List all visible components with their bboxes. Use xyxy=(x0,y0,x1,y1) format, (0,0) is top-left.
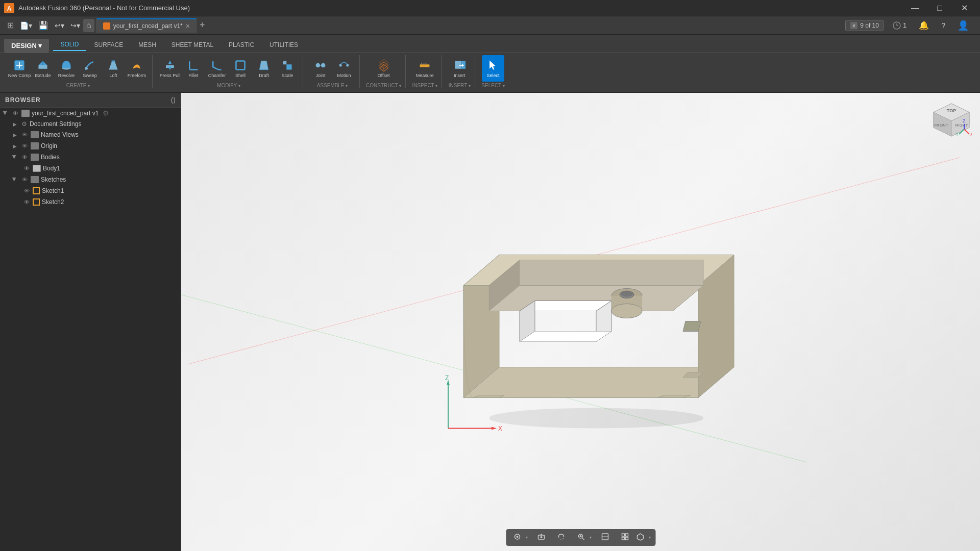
svg-text:Z: Z xyxy=(963,118,966,123)
new-component-button[interactable]: New Comp xyxy=(8,55,31,82)
tree-item-doc-settings[interactable]: ▶ ⚙ Document Settings xyxy=(0,119,181,129)
press-pull-button[interactable]: Press Pull xyxy=(159,55,181,82)
help-button[interactable]: ? xyxy=(938,19,948,32)
display-button[interactable] xyxy=(598,531,611,544)
svg-marker-43 xyxy=(463,367,734,398)
tab-name: your_first_cnced_part v1* xyxy=(113,22,183,30)
svg-marker-17 xyxy=(168,60,172,64)
tab-icon xyxy=(103,22,110,30)
motion-link-button[interactable]: Motion xyxy=(333,55,355,82)
tree-eye-body1[interactable]: 👁 xyxy=(22,164,31,172)
svg-point-58 xyxy=(611,304,642,318)
sketch-icon-2 xyxy=(33,198,40,206)
active-tab[interactable]: your_first_cnced_part v1* × xyxy=(96,18,197,33)
tab-plastic[interactable]: PLASTIC xyxy=(222,39,261,51)
tree-item-sketches[interactable]: ▶ 👁 Sketches xyxy=(0,174,181,185)
insert-button[interactable]: Insert xyxy=(448,55,471,82)
camera-button[interactable] xyxy=(534,531,548,544)
profile-button[interactable]: 👤 xyxy=(954,18,972,33)
save-button[interactable]: 💾 xyxy=(35,18,52,32)
redo-button[interactable]: ↪▾ xyxy=(67,19,83,32)
inspect-group: Measure INSPECT ▾ xyxy=(408,55,442,88)
snap-button[interactable] xyxy=(510,531,524,544)
grid-button[interactable] xyxy=(618,531,631,544)
home-button[interactable]: ⌂ xyxy=(83,19,94,32)
svg-text:X: X xyxy=(970,132,972,137)
tree-eye-root[interactable]: 👁 xyxy=(11,109,19,117)
svg-rect-98 xyxy=(622,537,624,540)
chamfer-button[interactable]: Chamfer xyxy=(206,55,228,82)
tree-arrow-sketches: ▶ xyxy=(11,176,18,183)
svg-point-60 xyxy=(621,291,633,297)
revolve-button[interactable]: Revolve xyxy=(55,55,78,82)
root-settings-icon[interactable]: ⚙ xyxy=(103,109,109,117)
view-mode-dropdown[interactable]: ▾ xyxy=(649,535,651,540)
extrude-button[interactable]: Extrude xyxy=(32,55,54,82)
sweep-button[interactable]: Sweep xyxy=(79,55,101,82)
svg-text:X: X xyxy=(498,425,502,432)
tab-utilities[interactable]: UTILITIES xyxy=(262,39,305,51)
tree-eye-bodies[interactable]: 👁 xyxy=(20,153,29,161)
tree-arrow-views: ▶ xyxy=(11,131,18,138)
tree-item-root[interactable]: ▶ 👁 your_first_cnced_part v1 ⚙ xyxy=(0,108,181,119)
tree-label-doc: Document Settings xyxy=(30,120,81,128)
measure-button[interactable]: Measure xyxy=(413,55,436,82)
svg-marker-50 xyxy=(520,260,703,286)
scale-button[interactable]: Scale xyxy=(276,55,299,82)
tree-item-body1[interactable]: 👁 Body1 xyxy=(0,163,181,174)
close-button[interactable]: ✕ xyxy=(952,0,976,16)
orbit-button[interactable] xyxy=(554,531,568,544)
tree-eye-views[interactable]: 👁 xyxy=(20,131,29,139)
browser-collapse-button[interactable]: ⟨⟩ xyxy=(170,96,176,104)
design-mode-button[interactable]: DESIGN ▾ xyxy=(4,39,49,53)
offset-plane-button[interactable]: Offset xyxy=(373,55,395,82)
joint-button[interactable]: Joint xyxy=(309,55,332,82)
maximize-button[interactable]: □ xyxy=(928,0,951,16)
zoom-dropdown[interactable]: ▾ xyxy=(590,535,592,540)
svg-marker-100 xyxy=(637,534,643,540)
zoom-button[interactable] xyxy=(574,531,587,544)
tree-item-origin[interactable]: ▶ 👁 Origin xyxy=(0,140,181,152)
file-button[interactable]: 📄▾ xyxy=(17,19,35,32)
fillet-button[interactable]: Fillet xyxy=(182,55,205,82)
tree-eye-sketch2[interactable]: 👁 xyxy=(22,198,31,206)
loft-button[interactable]: Loft xyxy=(102,55,125,82)
tree-eye-origin[interactable]: 👁 xyxy=(20,142,29,150)
minimize-button[interactable]: — xyxy=(903,0,927,16)
freeform-button[interactable]: Freeform xyxy=(126,55,148,82)
shell-button[interactable]: Shell xyxy=(229,55,252,82)
select-button[interactable]: Select xyxy=(482,55,504,82)
tab-sheet-metal[interactable]: SHEET METAL xyxy=(164,39,220,51)
draft-button[interactable]: Draft xyxy=(253,55,275,82)
version-badge[interactable]: v 9 of 10 xyxy=(845,20,884,31)
svg-rect-10 xyxy=(38,65,47,69)
view-cube[interactable]: TOP FRONT RIGHT X Y Z xyxy=(931,101,972,142)
tree-folder-origin xyxy=(31,142,39,149)
view-mode-button[interactable] xyxy=(633,531,647,544)
tab-solid[interactable]: SOLID xyxy=(53,39,86,51)
clock-button[interactable]: 1 xyxy=(890,19,910,32)
insert-label: INSERT ▾ xyxy=(449,83,471,88)
tree-gear-doc: ⚙ xyxy=(20,120,28,128)
viewport[interactable]: Z X TOP FRONT RIGHT X xyxy=(181,93,980,551)
tree-eye-sketches[interactable]: 👁 xyxy=(20,176,29,184)
tree-eye-sketch1[interactable]: 👁 xyxy=(22,187,31,195)
snap-dropdown[interactable]: ▾ xyxy=(526,535,528,540)
tree-arrow-origin: ▶ xyxy=(11,142,18,149)
new-tab-button[interactable]: + xyxy=(197,20,208,31)
svg-rect-14 xyxy=(85,66,88,70)
tab-mesh[interactable]: MESH xyxy=(131,39,163,51)
tree-item-sketch1[interactable]: 👁 Sketch1 xyxy=(0,185,181,196)
tab-surface[interactable]: SURFACE xyxy=(87,39,130,51)
undo-button[interactable]: ↩▾ xyxy=(52,19,67,32)
tree-item-named-views[interactable]: ▶ 👁 Named Views xyxy=(0,129,181,140)
notification-button[interactable]: 🔔 xyxy=(916,18,932,32)
tree-item-sketch2[interactable]: 👁 Sketch2 xyxy=(0,196,181,208)
tree-label-bodies: Bodies xyxy=(41,154,60,161)
grid-menu-button[interactable]: ⊞ xyxy=(4,18,17,32)
tree-item-bodies[interactable]: ▶ 👁 Bodies xyxy=(0,152,181,163)
inspect-label: INSPECT ▾ xyxy=(412,83,437,88)
tab-close-button[interactable]: × xyxy=(186,22,190,30)
svg-rect-96 xyxy=(622,534,624,536)
version-text: 9 of 10 xyxy=(860,22,879,29)
